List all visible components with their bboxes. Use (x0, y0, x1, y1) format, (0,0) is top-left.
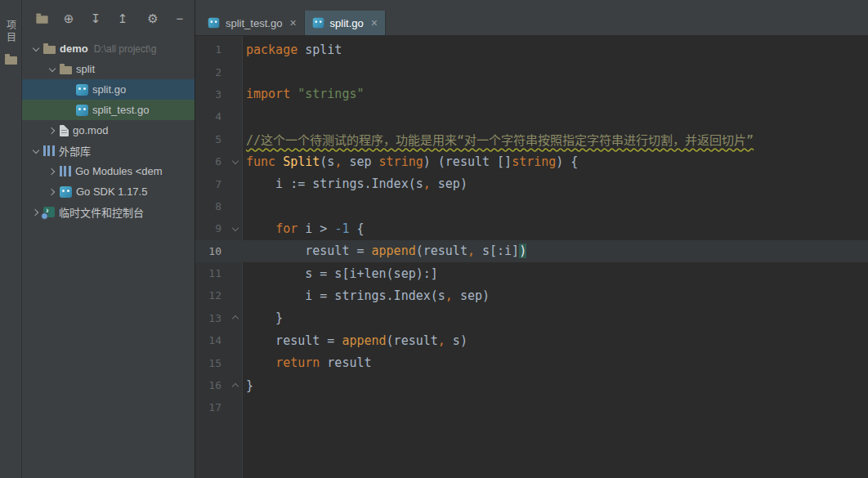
code-line: 15 return result (195, 351, 868, 373)
code-text: func Split(s, sep string) (result []stri… (243, 154, 578, 169)
code-token: } (246, 310, 283, 325)
code-token: sep) (453, 288, 490, 303)
code-token: i = strings.Index(s (246, 288, 445, 303)
code-token: i := strings.Index(s (246, 176, 423, 191)
go-sdk-icon (60, 186, 72, 198)
library-icon (60, 166, 71, 176)
fold-marker-icon[interactable] (228, 384, 243, 387)
code-text: } (243, 378, 253, 393)
editor-area: split_test.go×split.go× 1package split23… (195, 0, 868, 478)
close-tab-icon[interactable]: × (289, 16, 296, 29)
tree-item[interactable]: 外部库 (22, 141, 195, 161)
code-text: package split (243, 42, 342, 57)
line-number: 2 (195, 66, 228, 78)
line-number: 6 (195, 155, 228, 168)
code-text: import "strings" (243, 87, 365, 101)
code-token (246, 355, 275, 370)
line-number: 12 (195, 289, 228, 302)
code-line: 10 result = append(result, s[:i]) (195, 240, 868, 262)
chevron-right-icon[interactable] (45, 161, 60, 181)
project-tree: demoD:\all project\gsplitsplit.gosplit_t… (22, 36, 195, 478)
ide-window: 项目 ⊕↧↥⚙− demoD:\all project\gsplitsplit.… (0, 0, 868, 478)
tab-label: split_test.go (226, 17, 282, 29)
line-number: 4 (195, 110, 228, 123)
code-text: result = append(result, s) (243, 333, 468, 348)
chevron-down-icon[interactable] (29, 38, 43, 59)
code-line: 6func Split(s, sep string) (result []str… (195, 150, 868, 172)
folder-icon[interactable] (5, 56, 17, 65)
code-editor[interactable]: 1package split23import "strings"45//这个一个… (195, 36, 868, 478)
code-lines: 1package split23import "strings"45//这个一个… (195, 38, 868, 419)
code-token: , (438, 333, 445, 348)
close-tab-icon[interactable]: × (371, 16, 378, 29)
code-token: split (298, 42, 342, 57)
code-token: "strings" (298, 87, 364, 101)
fold-marker-icon[interactable] (228, 316, 243, 319)
code-token: ) (result [] (423, 154, 512, 169)
folder-icon (60, 66, 72, 74)
tree-item[interactable]: Go SDK 1.17.5 (22, 181, 195, 202)
project-tool-window-button[interactable]: 项目 (4, 20, 18, 44)
folder-icon (43, 46, 56, 54)
tree-item[interactable]: Go Modules <dem (22, 161, 195, 181)
code-line: 8 (195, 195, 868, 217)
chevron-right-icon[interactable] (45, 120, 60, 141)
code-text: //这个一个待测试的程序，功能是用来“对一个字符串按照指定字符串进行切割，并返回… (243, 131, 754, 148)
code-token: s) (445, 333, 468, 348)
tree-item-label: split.go (92, 83, 126, 96)
code-token: (s (320, 154, 334, 169)
chevron-spacer (61, 79, 76, 100)
collapse-all-icon[interactable]: ↥ (116, 12, 129, 25)
tree-item[interactable]: split (22, 59, 195, 79)
line-number: 7 (195, 178, 228, 190)
chevron-down-icon[interactable] (29, 141, 43, 161)
code-token: package (246, 42, 298, 57)
line-number: 5 (195, 133, 228, 145)
code-token: append (372, 243, 416, 258)
chevron-down-icon[interactable] (45, 59, 60, 79)
locate-icon[interactable]: ⊕ (62, 12, 75, 25)
tree-item[interactable]: split.go (22, 79, 195, 100)
code-token (290, 87, 298, 101)
console-icon (43, 207, 55, 217)
code-token: sep) (431, 176, 468, 191)
code-token: append (342, 333, 386, 348)
tree-item-label: Go Modules <dem (75, 165, 163, 177)
chevron-spacer (61, 100, 76, 120)
code-line: 4 (195, 105, 868, 127)
tree-item[interactable]: demoD:\all project\g (22, 38, 195, 59)
code-token: result = (246, 243, 372, 258)
tree-item-path: D:\all project\g (94, 43, 157, 55)
code-token: } (246, 378, 253, 393)
go-file-icon (312, 18, 324, 29)
line-number: 3 (195, 88, 228, 101)
code-token: i > (298, 221, 334, 236)
line-number: 17 (195, 401, 228, 413)
code-token: return (275, 355, 320, 370)
expand-all-icon[interactable]: ↧ (89, 12, 102, 25)
go-file-icon (76, 84, 88, 96)
tree-item-label: Go SDK 1.17.5 (76, 185, 147, 198)
tree-item[interactable]: 临时文件和控制台 (22, 202, 195, 222)
chevron-right-icon[interactable] (29, 202, 43, 222)
fold-marker-icon[interactable] (228, 160, 243, 163)
code-token: func (246, 154, 275, 169)
settings-icon[interactable]: ⚙ (146, 12, 159, 25)
editor-tab[interactable]: split_test.go× (200, 11, 305, 35)
code-token: Split (283, 154, 320, 169)
line-number: 13 (195, 312, 228, 324)
project-panel: ⊕↧↥⚙− demoD:\all project\gsplitsplit.gos… (22, 0, 195, 478)
code-token: string (512, 154, 556, 169)
go-file-icon (208, 18, 220, 29)
tree-item[interactable]: go.mod (22, 120, 195, 141)
line-number: 11 (195, 267, 228, 279)
fold-marker-icon[interactable] (228, 227, 243, 230)
editor-tab[interactable]: split.go× (305, 11, 386, 35)
code-token: result = (246, 333, 342, 348)
tree-item[interactable]: split_test.go (22, 100, 195, 120)
chevron-right-icon[interactable] (45, 181, 60, 202)
hide-panel-icon[interactable]: − (173, 12, 186, 25)
code-token: s = s[i+len(sep):] (246, 266, 438, 281)
tree-item-label: split_test.go (92, 104, 149, 116)
select-opened-file-icon[interactable] (35, 13, 48, 24)
